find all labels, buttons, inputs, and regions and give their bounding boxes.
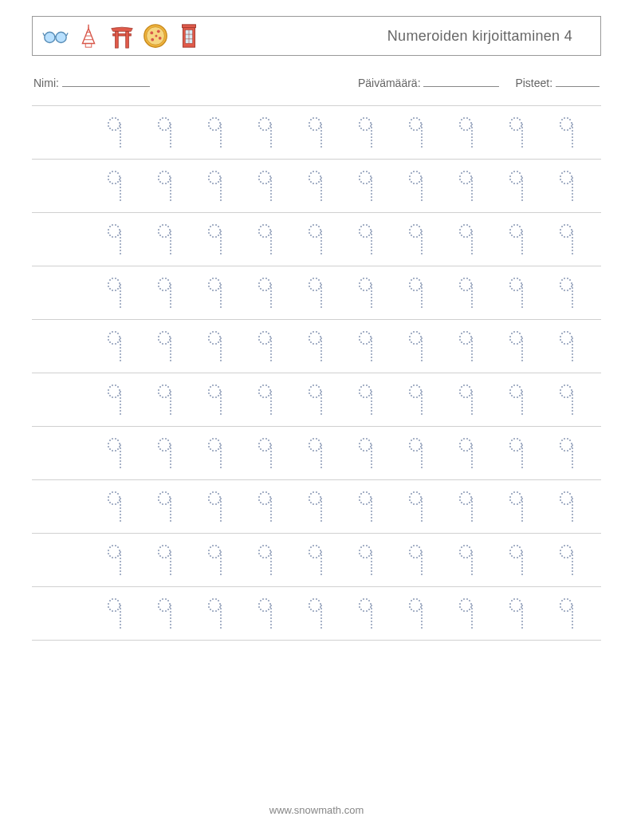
- practice-row: [32, 480, 601, 534]
- svg-point-9: [157, 30, 160, 33]
- practice-cell: [89, 596, 140, 631]
- practice-cell: [140, 275, 190, 310]
- practice-cell: [441, 382, 491, 417]
- traced-digit-icon: [505, 168, 528, 203]
- practice-cell: [340, 329, 391, 364]
- traced-digit-icon: [305, 115, 327, 150]
- traced-digit-icon: [455, 168, 478, 203]
- traced-digit-icon: [305, 382, 327, 417]
- practice-cell: [240, 382, 290, 417]
- practice-cell: [491, 542, 541, 578]
- practice-cell: [541, 596, 592, 631]
- traced-digit-icon: [305, 222, 327, 257]
- practice-cell: [441, 329, 491, 364]
- traced-digit-icon: [556, 542, 578, 578]
- traced-digit-icon: [104, 222, 126, 257]
- practice-cell: [190, 436, 240, 471]
- practice-cell: [240, 275, 290, 310]
- practice-row: [32, 373, 601, 427]
- traced-digit-icon: [104, 329, 126, 364]
- score-label: Pisteet:: [515, 77, 552, 89]
- traced-digit-icon: [305, 436, 327, 471]
- practice-cell: [290, 542, 340, 578]
- traced-digit-icon: [254, 275, 277, 310]
- practice-cell: [240, 329, 290, 364]
- traced-digit-icon: [455, 115, 478, 150]
- practice-cell: [541, 542, 592, 578]
- practice-cell: [240, 115, 290, 150]
- practice-cell: [140, 222, 190, 257]
- traced-digit-icon: [204, 489, 226, 524]
- practice-cell: [190, 222, 240, 257]
- practice-cell: [89, 542, 140, 578]
- svg-rect-14: [183, 25, 196, 28]
- traced-digit-icon: [104, 168, 126, 203]
- practice-cell: [340, 382, 391, 417]
- traced-digit-icon: [556, 115, 578, 150]
- practice-cell: [140, 168, 190, 203]
- practice-cell: [290, 275, 340, 310]
- practice-cell: [391, 436, 441, 471]
- practice-cell: [541, 382, 592, 417]
- traced-digit-icon: [305, 596, 327, 631]
- practice-cell: [340, 542, 391, 578]
- practice-cell: [89, 489, 140, 524]
- traced-digit-icon: [355, 436, 377, 471]
- practice-cell: [391, 168, 441, 203]
- practice-cell: [391, 275, 441, 310]
- torii-gate-icon: [108, 22, 136, 50]
- traced-digit-icon: [405, 115, 427, 150]
- practice-cell: [491, 275, 541, 310]
- practice-cell: [441, 489, 491, 524]
- traced-digit-icon: [104, 115, 126, 150]
- traced-digit-icon: [104, 382, 126, 417]
- traced-digit-icon: [204, 596, 226, 631]
- traced-digit-icon: [154, 382, 176, 417]
- traced-digit-icon: [405, 436, 427, 471]
- practice-cell: [190, 168, 240, 203]
- name-label: Nimi:: [33, 77, 59, 89]
- traced-digit-icon: [254, 436, 277, 471]
- traced-digit-icon: [104, 275, 126, 310]
- practice-cell: [89, 222, 140, 257]
- practice-cell: [290, 168, 340, 203]
- practice-cell: [190, 329, 240, 364]
- traced-digit-icon: [355, 542, 377, 578]
- practice-cell: [541, 275, 592, 310]
- practice-cell: [541, 222, 592, 257]
- traced-digit-icon: [405, 542, 427, 578]
- practice-cell: [240, 168, 290, 203]
- practice-cell: [89, 115, 140, 150]
- traced-digit-icon: [405, 275, 427, 310]
- practice-cell: [491, 436, 541, 471]
- practice-row: [32, 534, 601, 587]
- svg-rect-4: [116, 31, 119, 48]
- practice-row: [32, 106, 601, 160]
- traced-digit-icon: [405, 222, 427, 257]
- svg-point-8: [150, 31, 153, 34]
- practice-cell: [89, 382, 140, 417]
- practice-cell: [190, 115, 240, 150]
- traced-digit-icon: [254, 329, 277, 364]
- practice-cell: [491, 168, 541, 203]
- practice-cell: [340, 489, 391, 524]
- practice-cell: [190, 382, 240, 417]
- traced-digit-icon: [556, 168, 578, 203]
- traced-digit-icon: [254, 596, 277, 631]
- practice-cell: [391, 542, 441, 578]
- svg-point-10: [159, 37, 162, 40]
- traced-digit-icon: [104, 436, 126, 471]
- traced-digit-icon: [355, 275, 377, 310]
- practice-cell: [340, 222, 391, 257]
- practice-cell: [441, 436, 491, 471]
- practice-row: [32, 427, 601, 480]
- traced-digit-icon: [204, 115, 226, 150]
- traced-digit-icon: [505, 542, 528, 578]
- meta-name: Nimi:: [33, 76, 150, 89]
- practice-cell: [140, 542, 190, 578]
- traced-digit-icon: [455, 329, 478, 364]
- traced-digit-icon: [355, 222, 377, 257]
- practice-grid: [32, 105, 601, 641]
- traced-digit-icon: [455, 596, 478, 631]
- practice-cell: [491, 489, 541, 524]
